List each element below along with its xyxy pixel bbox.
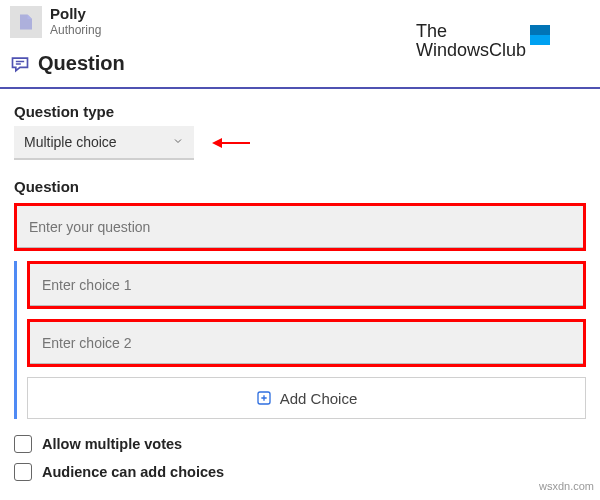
choices-accent-bar — [14, 261, 17, 419]
question-type-dropdown[interactable]: Multiple choice — [14, 126, 194, 160]
app-meta: Polly Authoring — [50, 6, 101, 37]
choice-input-highlight — [27, 319, 586, 367]
add-choice-label: Add Choice — [280, 390, 358, 407]
plus-icon — [256, 390, 272, 406]
app-icon — [10, 6, 42, 38]
question-type-label: Question type — [14, 103, 586, 120]
choices-column: Add Choice — [27, 261, 586, 419]
options-block: Allow multiple votes Audience can add ch… — [14, 435, 586, 481]
app-name: Polly — [50, 6, 101, 23]
brand-line2: WindowsClub — [416, 41, 526, 60]
question-input[interactable] — [17, 206, 583, 248]
app-subtitle: Authoring — [50, 23, 101, 37]
add-choice-button[interactable]: Add Choice — [27, 377, 586, 419]
choice-input-2[interactable] — [30, 322, 583, 364]
polly-logo-icon — [17, 13, 35, 31]
watermark: wsxdn.com — [539, 480, 594, 492]
question-type-value: Multiple choice — [24, 134, 117, 150]
choices-wrap: Add Choice — [14, 261, 586, 419]
question-input-highlight — [14, 203, 586, 251]
annotation-arrow — [212, 138, 250, 148]
allow-multiple-votes-checkbox[interactable] — [14, 435, 32, 453]
question-label: Question — [14, 178, 586, 195]
brand-logo-block: The WindowsClub — [416, 22, 550, 60]
choice-input-highlight — [27, 261, 586, 309]
brand-logo-icon — [530, 25, 550, 45]
allow-multiple-votes-label: Allow multiple votes — [42, 436, 182, 452]
brand-text: The WindowsClub — [416, 22, 526, 60]
form-content: Question type Multiple choice Question — [0, 89, 600, 500]
question-icon — [10, 54, 30, 74]
brand-line1: The — [416, 22, 526, 41]
audience-can-add-checkbox[interactable] — [14, 463, 32, 481]
option-row-allow-multiple: Allow multiple votes — [14, 435, 586, 453]
chevron-down-icon — [172, 134, 184, 150]
option-row-audience-add: Audience can add choices — [14, 463, 586, 481]
audience-can-add-label: Audience can add choices — [42, 464, 224, 480]
choice-input-1[interactable] — [30, 264, 583, 306]
section-title: Question — [38, 52, 125, 75]
